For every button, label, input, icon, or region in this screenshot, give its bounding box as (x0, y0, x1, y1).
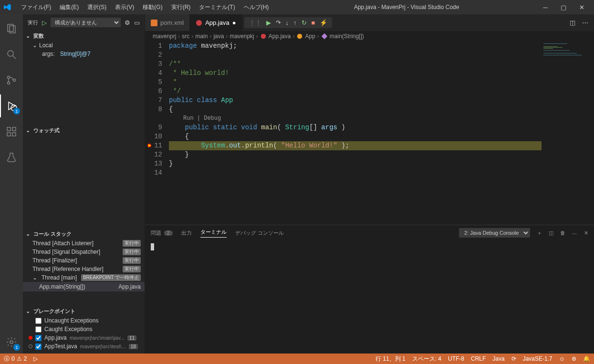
menu-selection[interactable]: 選択(S) (83, 1, 110, 13)
debug-config-select[interactable]: 構成がありません (51, 18, 121, 27)
bc-item[interactable]: App (305, 33, 315, 40)
bp-checkbox[interactable] (35, 326, 42, 333)
activity-run-debug[interactable]: 1 (0, 94, 23, 117)
bc-item[interactable]: src (182, 33, 189, 40)
status-jdk[interactable]: JavaSE-1.7 (523, 355, 552, 362)
activity-testing[interactable] (0, 146, 23, 169)
thread-item[interactable]: Thread [Signal Dispatcher] 実行中 (23, 248, 145, 256)
window-title: App.java - MavenPrj - Visual Studio Code (272, 4, 541, 10)
thread-item[interactable]: Thread [Finalizer] 実行中 (23, 256, 145, 265)
code-content[interactable]: package mavenpkj; /** * Hello world! * *… (169, 42, 594, 225)
drag-handle-icon[interactable]: ⋮⋮ (249, 19, 261, 26)
bp-caught[interactable]: Caught Exceptions (23, 325, 145, 333)
bp-uncaught[interactable]: Uncaught Exceptions (23, 316, 145, 325)
scope-local[interactable]: ⌄ Local (23, 41, 145, 50)
bp-label: Caught Exceptions (44, 326, 93, 333)
continue-icon[interactable]: ▶ (266, 19, 271, 26)
section-variables[interactable]: ⌄ 変数 (23, 31, 145, 41)
status-sync-icon[interactable]: ⟳ (511, 355, 516, 362)
kill-terminal-icon[interactable]: 🗑 (560, 230, 565, 236)
close-icon[interactable]: ✕ (577, 4, 586, 11)
section-breakpoints[interactable]: ⌄ ブレークポイント (23, 306, 145, 316)
titlebar: ファイル(F) 編集(E) 選択(S) 表示(V) 移動(G) 実行(R) ター… (0, 0, 594, 14)
maximize-icon[interactable]: ▢ (559, 4, 568, 11)
start-debug-icon[interactable]: ▷ (42, 19, 47, 26)
terminal[interactable] (145, 240, 594, 354)
menu-edit[interactable]: 編集(E) (56, 1, 83, 13)
gear-icon[interactable]: ⚙ (125, 19, 130, 26)
status-bell-icon[interactable]: 🔔 (583, 355, 590, 362)
status-errors[interactable]: ⓧ0 ⚠2 (4, 355, 27, 363)
scope-local-label: Local (39, 42, 53, 49)
line-number: 13 (145, 159, 162, 168)
bp-checkbox[interactable] (35, 335, 42, 341)
bc-item[interactable]: App.java (269, 33, 291, 40)
more-actions-icon[interactable]: ⋯ (582, 19, 588, 26)
breadcrumb[interactable]: mavenprj› src› main› java› mavenpkj› App… (145, 31, 594, 42)
bc-item[interactable]: mavenpkj (229, 33, 254, 40)
bc-item[interactable]: main (195, 33, 208, 40)
new-terminal-icon[interactable]: ＋ (537, 229, 542, 237)
bc-item[interactable]: java (213, 33, 224, 40)
debug-floating-toolbar[interactable]: ⋮⋮ ▶ ↷ ↓ ↑ ↻ ■ ⚡ (244, 17, 333, 28)
chevron-down-icon: ⌄ (26, 127, 31, 134)
bp-checkbox[interactable] (35, 343, 42, 350)
thread-item[interactable]: Thread [Attach Listener] 実行中 (23, 239, 145, 248)
stack-frame[interactable]: App.main(String[]) App.java (23, 282, 145, 291)
tab-pom[interactable]: pom.xml (145, 14, 190, 31)
section-callstack[interactable]: ⌄ コール スタック (23, 229, 145, 239)
debug-console-toggle-icon[interactable]: ▭ (134, 19, 140, 26)
activity-source-control[interactable] (0, 69, 23, 92)
split-terminal-icon[interactable]: ◫ (549, 230, 553, 236)
step-into-icon[interactable]: ↓ (286, 19, 289, 26)
status-feedback-icon[interactable]: ☺ (559, 355, 565, 362)
menu-run[interactable]: 実行(R) (167, 1, 195, 13)
activity-manage[interactable]: 1 (0, 331, 23, 354)
status-broadcast-icon[interactable]: ⊚ (572, 355, 576, 362)
bp-label: Uncaught Exceptions (44, 317, 98, 324)
menu-file[interactable]: ファイル(F) (17, 1, 55, 13)
close-panel-icon[interactable]: ✕ (584, 230, 588, 236)
activity-extensions[interactable] (0, 120, 23, 143)
codelens-run-debug[interactable]: Run | Debug (169, 114, 594, 123)
split-editor-icon[interactable]: ◫ (570, 19, 575, 26)
status-lang[interactable]: Java (492, 355, 504, 362)
gutter[interactable]: 1 2 3 4 5 6 7 8 9 10 11 12 13 1 (145, 42, 169, 225)
hot-reload-icon[interactable]: ⚡ (320, 19, 327, 26)
status-eol[interactable]: CRLF (471, 355, 486, 362)
menu-go[interactable]: 移動(G) (139, 1, 166, 13)
menu-help[interactable]: ヘルプ(H) (240, 1, 273, 13)
section-watch[interactable]: ⌄ ウォッチ式 (23, 125, 145, 135)
thread-main[interactable]: ⌄ Thread [main] BREAKPOINT で一時停止 (23, 273, 145, 282)
thread-item[interactable]: Thread [Reference Handler] 実行中 (23, 265, 145, 273)
activity-explorer[interactable] (0, 17, 23, 40)
code-editor[interactable]: 1 2 3 4 5 6 7 8 9 10 11 12 13 1 (145, 42, 594, 225)
menu-view[interactable]: 表示(V) (111, 1, 138, 13)
step-out-icon[interactable]: ↑ (293, 19, 297, 26)
tab-terminal[interactable]: ターミナル (200, 229, 227, 238)
tab-problems[interactable]: 問題 2 (151, 229, 173, 237)
stop-icon[interactable]: ■ (312, 19, 315, 26)
maximize-panel-icon[interactable]: ︿ (572, 229, 577, 237)
minimize-icon[interactable]: ─ (541, 4, 550, 11)
status-debug-start[interactable]: ▷ (33, 355, 38, 362)
bc-item[interactable]: main(String[]) (330, 33, 364, 40)
breakpoint-item[interactable]: App.java mavenprj\src\main\jav... 11 (23, 333, 145, 342)
terminal-select[interactable]: 2: Java Debug Console (459, 228, 530, 238)
tab-debug-console[interactable]: デバッグ コンソール (235, 229, 284, 237)
status-encoding[interactable]: UTF-8 (448, 355, 464, 362)
tab-output[interactable]: 出力 (181, 229, 192, 237)
tab-app[interactable]: App.java ● (190, 14, 242, 31)
restart-icon[interactable]: ↻ (302, 19, 307, 26)
status-spaces[interactable]: スペース: 4 (412, 355, 441, 363)
status-line-col[interactable]: 行 11、列 1 (375, 355, 406, 363)
breakpoint-item[interactable]: AppTest.java mavenprj\src\test\... 18 (23, 342, 145, 351)
bc-item[interactable]: mavenprj (153, 33, 176, 40)
step-over-icon[interactable]: ↷ (276, 19, 281, 26)
bp-checkbox[interactable] (35, 318, 42, 324)
minimap[interactable] (542, 42, 594, 225)
menu-terminal[interactable]: ターミナル(T) (195, 1, 239, 13)
activity-search[interactable] (0, 43, 23, 66)
variable-args[interactable]: args: String[0]@7 (23, 50, 145, 58)
breakpoint-current-icon[interactable] (147, 143, 152, 148)
